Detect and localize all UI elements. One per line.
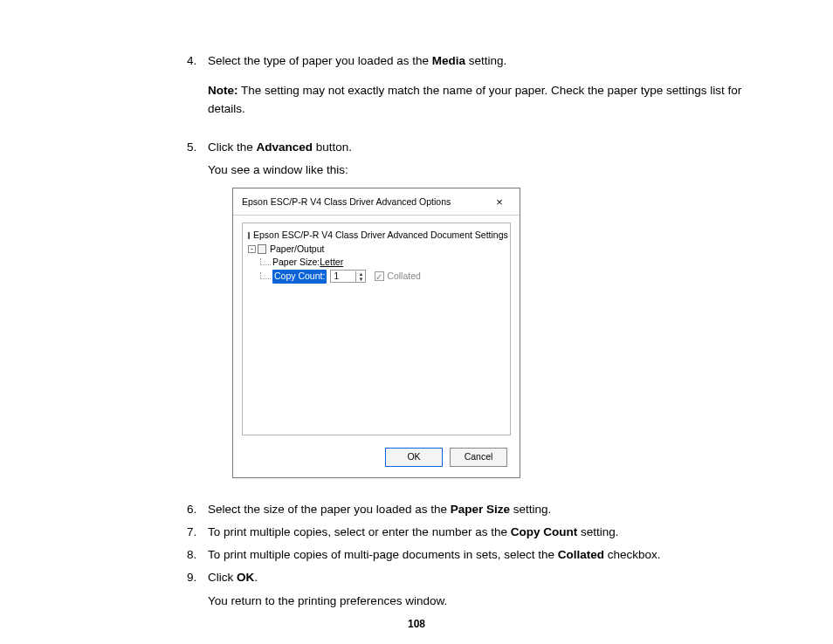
ok-button[interactable]: OK <box>385 448 443 467</box>
step-number: 7. <box>183 524 208 541</box>
step-8: 8. To print multiple copies of multi-pag… <box>183 546 781 564</box>
tree-paper-size[interactable]: Paper Size: Letter <box>248 256 505 270</box>
tree-paper-output[interactable]: - Paper/Output <box>248 243 505 257</box>
paper-size-value: Letter <box>320 256 343 270</box>
step-number: 8. <box>183 546 208 564</box>
dialog-window: Epson ESC/P-R V4 Class Driver Advanced O… <box>232 188 520 477</box>
dialog-titlebar: Epson ESC/P-R V4 Class Driver Advanced O… <box>233 188 520 216</box>
step-text: Click OK. <box>208 569 781 586</box>
step-subtext: You see a window like this: <box>208 161 781 179</box>
step-text: Select the size of the paper you loaded … <box>208 501 781 518</box>
collated-label: Collated <box>387 270 421 284</box>
step-number: 5. <box>183 139 208 496</box>
close-icon[interactable]: × <box>486 194 513 211</box>
step-text: Select the type of paper you loaded as t… <box>208 52 781 70</box>
step-4: 4. Select the type of paper you loaded a… <box>183 52 781 134</box>
note-text: Note: The setting may not exactly match … <box>208 82 781 118</box>
tree-connector <box>260 258 271 265</box>
step-text: Click the Advanced button. <box>208 139 781 156</box>
tree-root[interactable]: Epson ESC/P-R V4 Class Driver Advanced D… <box>248 229 505 243</box>
cancel-button[interactable]: Cancel <box>450 448 507 467</box>
spinner-down-icon[interactable]: ▼ <box>356 277 365 282</box>
collated-checkbox[interactable] <box>375 271 384 281</box>
copy-count-label: Copy Count: <box>272 270 327 284</box>
tree-pane: Epson ESC/P-R V4 Class Driver Advanced D… <box>242 223 511 435</box>
document-body: 4. Select the type of paper you loaded a… <box>0 0 833 615</box>
dialog-footer: OK Cancel <box>233 441 520 477</box>
step-9: 9. Click OK. You return to the printing … <box>183 569 781 615</box>
page-number: 108 <box>0 616 833 632</box>
copy-count-input[interactable] <box>331 271 355 281</box>
spinner-arrows[interactable]: ▲ ▼ <box>355 271 365 282</box>
step-text: To print multiple copies, select or ente… <box>208 524 781 541</box>
collapse-icon[interactable]: - <box>248 245 256 253</box>
step-number: 6. <box>183 501 208 518</box>
step-text: To print multiple copies of multi-page d… <box>208 546 781 564</box>
copy-count-spinner[interactable]: ▲ ▼ <box>330 270 366 283</box>
step-subtext: You return to the printing preferences w… <box>208 593 781 610</box>
step-number: 9. <box>183 569 208 615</box>
dialog-title: Epson ESC/P-R V4 Class Driver Advanced O… <box>242 195 486 209</box>
tree-connector <box>260 272 271 279</box>
tree-copy-count[interactable]: Copy Count: ▲ ▼ Collated <box>248 270 505 284</box>
step-6: 6. Select the size of the paper you load… <box>183 501 781 518</box>
step-5: 5. Click the Advanced button. You see a … <box>183 139 781 496</box>
step-number: 4. <box>183 52 208 134</box>
document-icon <box>258 244 266 254</box>
step-7: 7. To print multiple copies, select or e… <box>183 524 781 541</box>
printer-icon <box>248 232 250 239</box>
